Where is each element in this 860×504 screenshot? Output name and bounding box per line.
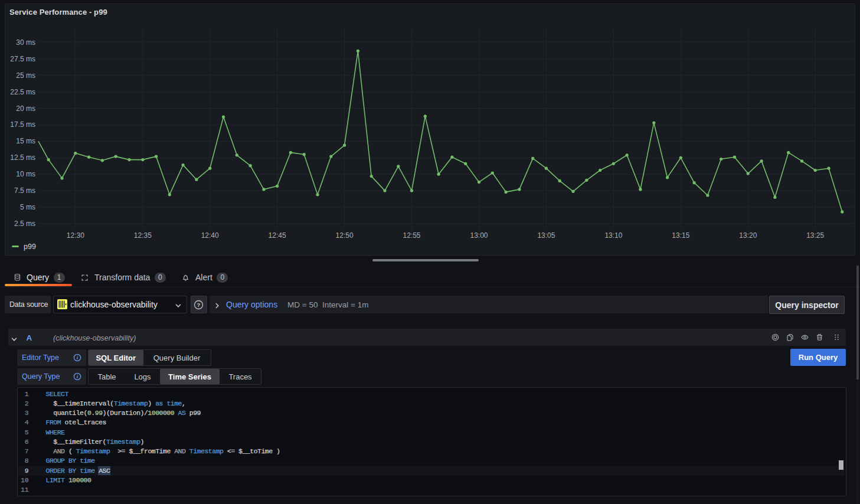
svg-text:2.5 ms: 2.5 ms	[14, 220, 35, 228]
svg-text:30 ms: 30 ms	[16, 38, 35, 47]
svg-text:13:15: 13:15	[672, 231, 689, 240]
svg-text:25 ms: 25 ms	[16, 71, 35, 80]
svg-text:13:10: 13:10	[604, 231, 622, 240]
svg-text:27.5 ms: 27.5 ms	[10, 55, 35, 63]
svg-text:12.5 ms: 12.5 ms	[10, 153, 35, 162]
svg-text:22.5 ms: 22.5 ms	[10, 88, 35, 96]
svg-text:?: ?	[197, 302, 201, 308]
svg-text:13:05: 13:05	[537, 231, 555, 240]
svg-text:12:55: 12:55	[403, 231, 420, 240]
svg-text:12:35: 12:35	[134, 231, 152, 240]
svg-text:12:40: 12:40	[201, 231, 219, 240]
svg-text:7.5 ms: 7.5 ms	[14, 186, 35, 195]
svg-text:13:20: 13:20	[739, 231, 757, 240]
svg-text:12:50: 12:50	[336, 231, 354, 240]
svg-text:13:00: 13:00	[470, 231, 488, 240]
svg-text:20 ms: 20 ms	[16, 104, 35, 113]
svg-text:5 ms: 5 ms	[20, 203, 35, 211]
svg-text:13:25: 13:25	[806, 231, 824, 240]
svg-text:10 ms: 10 ms	[16, 170, 35, 178]
svg-text:15 ms: 15 ms	[16, 137, 35, 145]
svg-text:12:30: 12:30	[67, 231, 84, 240]
svg-text:17.5 ms: 17.5 ms	[10, 120, 35, 129]
svg-text:12:45: 12:45	[269, 231, 286, 240]
